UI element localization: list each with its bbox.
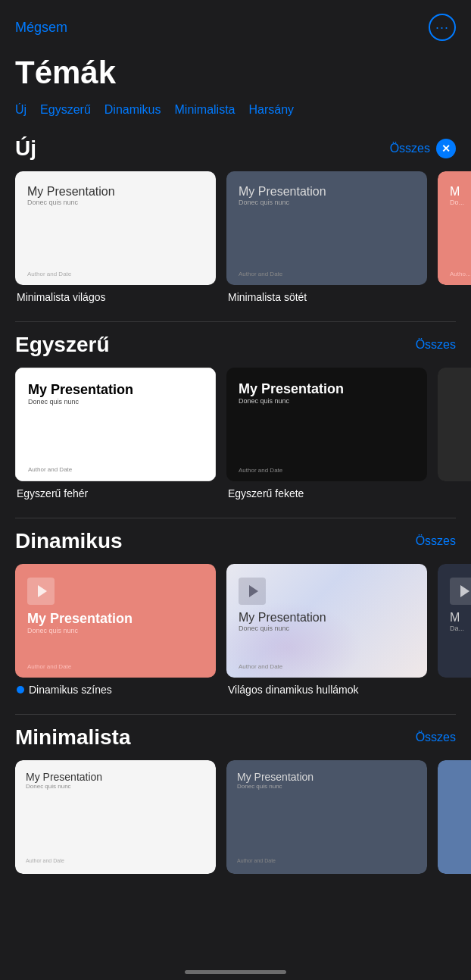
thumb-content-top: My Presentation Donec quis nunc (28, 382, 203, 405)
thumb-title: My Presentation (239, 381, 415, 397)
card-label-text: Dinamikus színes (29, 684, 112, 696)
card-thumb-minimal-light-2: My Presentation Donec quis nunc Author a… (15, 760, 216, 874)
thumb3-author: Author and Date (237, 858, 416, 863)
card-thumb-pink-partial: M Do... Autho... (438, 171, 471, 285)
card-pink-partial-2 (438, 760, 471, 880)
section-dynamic-header: Dinamikus Összes (0, 529, 471, 564)
card-thumb-dynamic-waves: My Presentation Donec quis nunc Author a… (226, 564, 427, 678)
partial-dyn-title: M (450, 611, 471, 625)
thumb-author: Author and Date (239, 467, 415, 474)
card-thumb-dynamic-color: My Presentation Donec quis nunc Author a… (15, 564, 216, 678)
card-label-minimal-dark: Minimalista sötét (226, 291, 308, 303)
section-simple-title: Egyszerű (15, 333, 110, 357)
more-icon: ··· (435, 20, 449, 34)
section-new-cards: My Presentation Donec quis nunc Author a… (0, 171, 471, 303)
card-thumb-minimal-dark: My Presentation Donec quis nunc Author a… (226, 171, 427, 285)
thumb-author: Author and Date (28, 466, 203, 473)
thumb-subtitle: Donec quis nunc (239, 397, 415, 405)
thumb-content: My Presentation Donec quis nunc Author a… (226, 171, 427, 285)
play-triangle-icon (38, 585, 47, 597)
card-thumb-simple-partial (438, 368, 471, 481)
card-thumb-simple-white: My Presentation Donec quis nunc Author a… (15, 368, 216, 481)
thumb-author: Author and Date (27, 663, 204, 670)
section-simple-header: Egyszerű Összes (0, 333, 471, 368)
section-new-close-button[interactable]: ✕ (436, 139, 456, 158)
filter-tab-minimalista[interactable]: Minimalista (175, 103, 236, 117)
partial-title: M (450, 185, 471, 199)
filter-tab-uj[interactable]: Új (15, 103, 27, 117)
card-dynamic-color[interactable]: My Presentation Donec quis nunc Author a… (15, 564, 216, 696)
card-simple-partial (438, 368, 471, 499)
card-minimal-light-2[interactable]: My Presentation Donec quis nunc Author a… (15, 760, 216, 880)
card-label-dynamic-waves: Világos dinamikus hullámok (226, 684, 360, 696)
section-dynamic-all-button[interactable]: Összes (416, 534, 456, 548)
thumb-author: Author and Date (239, 271, 415, 277)
section-minimal-cards: My Presentation Donec quis nunc Author a… (0, 760, 471, 880)
section-simple: Egyszerű Összes My Presentation Donec qu… (0, 325, 471, 515)
card-label-minimal-light: Minimalista világos (15, 291, 107, 303)
card-thumb-minimal-light: My Presentation Donec quis nunc Author a… (15, 171, 216, 285)
more-button[interactable]: ··· (429, 14, 456, 41)
thumb-content-top: My Presentation Donec quis nunc (239, 185, 415, 206)
card-label-dynamic-color: Dinamikus színes (15, 684, 114, 696)
card-thumb-simple-black: My Presentation Donec quis nunc Author a… (226, 368, 427, 481)
play-triangle-icon (249, 585, 258, 597)
card-thumb-dynamic-partial: M Da... (438, 564, 471, 678)
thumb-content-top: My Presentation Donec quis nunc (239, 381, 415, 405)
thumb-subtitle: Donec quis nunc (239, 625, 415, 632)
thumb-content-top: My Presentation Donec quis nunc (27, 185, 204, 206)
filter-tab-dinamikus[interactable]: Dinamikus (104, 103, 161, 117)
thumb-content: My Presentation Donec quis nunc Author a… (15, 368, 216, 481)
thumb-title: My Presentation (27, 185, 204, 199)
play-icon (27, 578, 55, 605)
section-new-all-button[interactable]: Összes (390, 142, 430, 155)
card-thumb-minimal-dark-2: My Presentation Donec quis nunc Author a… (226, 760, 427, 874)
divider-1 (15, 321, 456, 322)
card-minimal-light[interactable]: My Presentation Donec quis nunc Author a… (15, 171, 216, 303)
card-minimal-dark[interactable]: My Presentation Donec quis nunc Author a… (226, 171, 427, 303)
thumb2-author: Author and Date (26, 858, 205, 863)
thumb3-title: My Presentation (237, 771, 416, 783)
section-new-all-container: Összes ✕ (390, 139, 456, 158)
card-label-simple-black: Egyszerű fekete (226, 487, 305, 499)
home-indicator (185, 970, 286, 974)
section-new-header: Új Összes ✕ (0, 136, 471, 171)
thumb-subtitle: Donec quis nunc (239, 199, 415, 206)
filter-tab-harsany[interactable]: Harsány (249, 103, 295, 117)
card-label-simple-white: Egyszerű fehér (15, 487, 89, 499)
section-minimal-title: Minimalista (15, 725, 130, 750)
divider-3 (15, 714, 456, 715)
thumb-title: My Presentation (27, 611, 204, 627)
thumb-content: My Presentation Donec quis nunc Author a… (226, 564, 427, 678)
thumb-author: Author and Date (239, 663, 415, 670)
partial-dyn-subtitle: Da... (450, 625, 471, 632)
card-minimal-dark-2[interactable]: My Presentation Donec quis nunc Author a… (226, 760, 427, 880)
card-dynamic-waves[interactable]: My Presentation Donec quis nunc Author a… (226, 564, 427, 696)
section-minimal-all-button[interactable]: Összes (416, 731, 456, 744)
page-title: Témák (0, 49, 471, 103)
filter-tab-egyszeru[interactable]: Egyszerű (40, 103, 91, 117)
header: Mégsem ··· (0, 0, 471, 49)
card-simple-white[interactable]: My Presentation Donec quis nunc Author a… (15, 368, 216, 499)
thumb-subtitle: Donec quis nunc (27, 627, 204, 634)
thumb-title: My Presentation (239, 185, 415, 199)
card-thumb-pink-partial-2 (438, 760, 471, 874)
thumb-subtitle: Donec quis nunc (28, 398, 203, 405)
dot-blue-icon (17, 686, 24, 694)
card-dynamic-partial: M Da... (438, 564, 471, 696)
thumb2-subtitle: Donec quis nunc (26, 783, 205, 790)
section-simple-all-button[interactable]: Összes (416, 338, 456, 352)
thumb-content-top: My Presentation Donec quis nunc (27, 578, 204, 634)
section-new: Új Összes ✕ My Presentation Donec quis n… (0, 129, 471, 318)
thumb-title: My Presentation (28, 382, 203, 398)
thumb-content: My Presentation Donec quis nunc Author a… (15, 564, 216, 678)
card-pink-partial: M Do... Autho... (438, 171, 471, 303)
partial-author: Autho... (450, 271, 471, 277)
close-icon: ✕ (441, 143, 451, 154)
section-new-title: Új (15, 136, 36, 161)
card-simple-black[interactable]: My Presentation Donec quis nunc Author a… (226, 368, 427, 499)
cancel-button[interactable]: Mégsem (15, 20, 67, 36)
section-dynamic-cards: My Presentation Donec quis nunc Author a… (0, 564, 471, 696)
filter-tabs: Új Egyszerű Dinamikus Minimalista Harsán… (0, 103, 471, 129)
thumb-author: Author and Date (27, 271, 204, 277)
